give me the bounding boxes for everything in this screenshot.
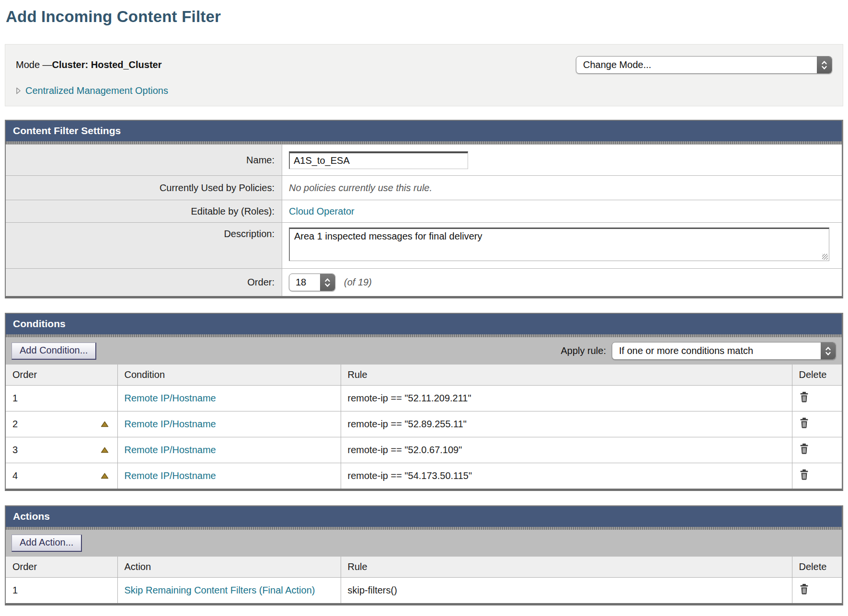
action-link[interactable]: Skip Remaining Content Filters (Final Ac… (125, 585, 315, 595)
mode-label: Mode (16, 59, 43, 70)
name-label: Name: (6, 145, 282, 175)
apply-rule-select[interactable]: If one or more conditions match (612, 342, 836, 360)
editable-roles-link[interactable]: Cloud Operator (289, 206, 355, 217)
move-up-button[interactable] (101, 421, 111, 427)
delete-button[interactable] (799, 391, 809, 403)
rule-cell: remote-ip == "52.0.67.109" (341, 437, 792, 463)
condition-link[interactable]: Remote IP/Hostname (125, 470, 216, 481)
column-header-order: Order (6, 557, 117, 578)
move-up-button[interactable] (101, 447, 111, 453)
rule-cell: remote-ip == "52.89.255.11" (341, 411, 792, 437)
delete-button[interactable] (799, 583, 809, 595)
apply-rule-label: Apply rule: (561, 345, 607, 356)
order-cell: 1 (6, 386, 117, 411)
column-header-condition: Condition (117, 365, 341, 386)
condition-link[interactable]: Remote IP/Hostname (125, 419, 216, 429)
trash-icon (799, 391, 809, 403)
mode-text: Mode —Cluster: Hosted_Cluster (16, 59, 162, 70)
delete-button[interactable] (799, 443, 809, 455)
conditions-toolbar: Add Condition... Apply rule: If one or m… (6, 337, 842, 365)
settings-panel: Content Filter Settings Name: Currently … (5, 120, 843, 298)
rule-cell: remote-ip == "52.11.209.211" (341, 386, 792, 411)
name-input[interactable] (289, 151, 468, 169)
column-header-delete: Delete (792, 557, 842, 578)
column-header-rule: Rule (341, 557, 792, 578)
condition-row: 3 Remote IP/Hostname remote-ip == "52.0.… (6, 437, 842, 463)
trash-icon (799, 443, 809, 455)
change-mode-select[interactable]: Change Mode... (576, 56, 832, 74)
order-cell: 1 (6, 578, 117, 604)
delete-button[interactable] (799, 469, 809, 480)
conditions-header-row: Order Condition Rule Delete (6, 365, 842, 386)
change-mode-select-value: Change Mode... (576, 57, 817, 73)
chevron-updown-icon (817, 57, 832, 73)
apply-rule-select-value: If one or more conditions match (612, 342, 821, 359)
order-select[interactable]: 18 (289, 274, 335, 291)
conditions-table: Order Condition Rule Delete 1 Remote IP/… (6, 365, 842, 489)
mode-value: Cluster: Hosted_Cluster (52, 59, 162, 70)
column-header-rule: Rule (341, 365, 792, 386)
order-total: (of 19) (344, 277, 372, 288)
condition-row: 4 Remote IP/Hostname remote-ip == "54.17… (6, 463, 842, 489)
editable-roles-row: Editable by (Roles): Cloud Operator (6, 200, 842, 222)
trash-icon (799, 417, 809, 429)
move-up-icon (101, 447, 109, 453)
column-header-action: Action (117, 557, 341, 578)
centralized-management-link[interactable]: Centralized Management Options (25, 85, 168, 96)
order-cell: 2 (6, 411, 117, 437)
conditions-panel: Conditions Add Condition... Apply rule: … (5, 313, 843, 491)
order-cell: 3 (6, 437, 117, 463)
add-condition-button[interactable]: Add Condition... (11, 342, 96, 360)
condition-row: 1 Remote IP/Hostname remote-ip == "52.11… (6, 386, 842, 411)
policies-label: Currently Used by Policies: (6, 176, 282, 200)
trash-icon (799, 583, 809, 595)
trash-icon (799, 469, 809, 480)
settings-panel-header: Content Filter Settings (6, 121, 842, 141)
move-up-icon (101, 473, 109, 479)
disclosure-triangle-icon (16, 87, 21, 94)
actions-table: Order Action Rule Delete 1 Skip Remainin… (6, 557, 842, 603)
description-label: Description: (6, 223, 282, 268)
editable-roles-label: Editable by (Roles): (6, 200, 282, 222)
mode-row: Mode —Cluster: Hosted_Cluster Change Mod… (16, 56, 832, 74)
description-textarea[interactable]: Area 1 inspected messages for final deli… (289, 228, 829, 261)
actions-panel-header: Actions (6, 506, 842, 527)
actions-panel: Actions Add Action... Order Action Rule … (5, 505, 843, 605)
page-title: Add Incoming Content Filter (6, 8, 843, 26)
page: Add Incoming Content Filter Mode —Cluste… (5, 8, 843, 616)
order-row: Order: 18 (of 19) (6, 268, 842, 296)
conditions-panel-header: Conditions (6, 314, 842, 334)
actions-toolbar: Add Action... (6, 530, 842, 557)
policies-value: No policies currently use this rule. (289, 183, 432, 194)
order-select-value: 18 (289, 274, 320, 291)
add-action-button[interactable]: Add Action... (11, 535, 82, 552)
condition-link[interactable]: Remote IP/Hostname (125, 393, 216, 403)
rule-cell: skip-filters() (341, 578, 792, 604)
condition-row: 2 Remote IP/Hostname remote-ip == "52.89… (6, 411, 842, 437)
order-cell: 4 (6, 463, 117, 489)
action-row: 1 Skip Remaining Content Filters (Final … (6, 578, 842, 604)
move-up-icon (101, 421, 109, 427)
mode-dash: — (43, 59, 52, 70)
chevron-updown-icon (821, 342, 836, 359)
actions-header-row: Order Action Rule Delete (6, 557, 842, 578)
column-header-delete: Delete (792, 365, 842, 386)
condition-link[interactable]: Remote IP/Hostname (125, 445, 216, 455)
delete-button[interactable] (799, 417, 809, 429)
description-row: Description: Area 1 inspected messages f… (6, 222, 842, 268)
rule-cell: remote-ip == "54.173.50.115" (341, 463, 792, 489)
policies-row: Currently Used by Policies: No policies … (6, 175, 842, 200)
order-label: Order: (6, 269, 282, 296)
centralized-management-row: Centralized Management Options (16, 85, 832, 96)
column-header-order: Order (6, 365, 117, 386)
name-row: Name: (6, 144, 842, 175)
move-up-button[interactable] (101, 473, 111, 479)
chevron-updown-icon (320, 274, 335, 291)
mode-panel: Mode —Cluster: Hosted_Cluster Change Mod… (5, 44, 843, 106)
